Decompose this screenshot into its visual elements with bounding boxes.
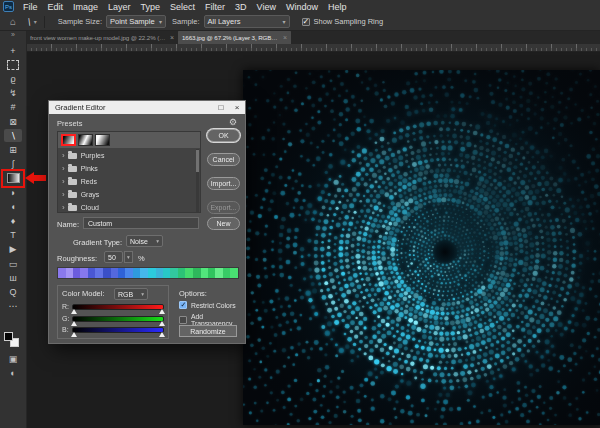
menu-window[interactable]: Window [281, 2, 323, 12]
folder-name: Purples [81, 152, 105, 159]
options-separator [44, 16, 45, 28]
document-tab-inactive[interactable]: front view women make-up model.jpg @ 22.… [26, 30, 178, 44]
restrict-colors-option[interactable]: Restrict Colors [179, 301, 236, 309]
sample-dropdown[interactable]: All Layers ▾ [204, 15, 290, 28]
blur-tool[interactable]: ◗ [4, 186, 22, 199]
marquee-icon [7, 60, 19, 70]
expand-chevron-icon[interactable]: › [62, 164, 65, 173]
preset-folder-grays[interactable]: ›Grays [58, 188, 196, 201]
options-label: Options: [179, 289, 207, 298]
preset-folder-reds[interactable]: ›Reds [58, 175, 196, 188]
blue-channel-slider[interactable] [72, 327, 164, 333]
pen-tool[interactable]: ♦ [4, 214, 22, 227]
chevron-down-icon: ▾ [34, 18, 37, 25]
menu-type[interactable]: Type [136, 2, 166, 12]
gradient-tool[interactable] [4, 172, 22, 185]
document-canvas[interactable] [243, 70, 600, 425]
expand-chevron-icon[interactable]: › [62, 177, 65, 186]
gear-icon[interactable]: ⚙ [229, 117, 237, 127]
document-tab-active[interactable]: 1663.jpg @ 67.2% (Layer 3, RGB/8#) * × [178, 30, 291, 44]
edit-toolbar[interactable]: ⋯ [4, 300, 22, 313]
sample-size-dropdown[interactable]: Point Sample ▾ [106, 15, 166, 28]
restrict-colors-checkbox[interactable] [179, 301, 187, 309]
menu-file[interactable]: File [18, 2, 43, 12]
eyedropper-tool[interactable]: ∖ [4, 129, 22, 142]
home-icon[interactable]: ⌂ [10, 16, 16, 27]
add-transparency-checkbox[interactable] [179, 316, 187, 324]
export-button: Export... [207, 201, 240, 214]
menu-view[interactable]: View [252, 2, 281, 12]
noise-gradient-bar[interactable] [57, 267, 239, 279]
sample-label: Sample: [172, 17, 200, 26]
slider-thumb-right[interactable] [159, 332, 165, 337]
expand-chevron-icon[interactable]: › [62, 203, 65, 212]
maximize-icon[interactable]: □ [213, 103, 229, 112]
collapse-panel-icon[interactable]: » [0, 31, 26, 38]
preset-black-to-white[interactable] [61, 134, 76, 146]
eyedropper-icon: ∖ [25, 16, 32, 27]
green-channel-slider[interactable] [72, 316, 164, 322]
quick-selection-tool[interactable]: ↯ [4, 87, 22, 100]
folder-icon [68, 205, 77, 211]
crop-tool[interactable]: # [4, 101, 22, 114]
chevron-down-icon: ▾ [127, 254, 130, 260]
preset-white-to-black[interactable] [95, 134, 110, 146]
folder-name: Reds [81, 178, 97, 185]
menu-3d[interactable]: 3D [230, 2, 252, 12]
preset-folder-purples[interactable]: ›Purples [58, 149, 196, 162]
menu-help[interactable]: Help [323, 2, 352, 12]
show-sampling-ring-checkbox[interactable] [302, 18, 310, 26]
close-icon[interactable]: × [229, 103, 245, 112]
close-icon[interactable]: × [170, 34, 174, 41]
new-button[interactable]: New [207, 217, 240, 230]
roughness-value[interactable]: 50 [104, 251, 123, 263]
randomize-button[interactable]: Randomize [179, 325, 237, 337]
name-field[interactable]: Custom [83, 217, 199, 229]
healing-brush-tool[interactable]: ⊞ [4, 143, 22, 156]
preset-folder-pinks[interactable]: ›Pinks [58, 162, 196, 175]
path-selection-tool[interactable]: ▶ [4, 243, 22, 256]
red-channel-slider[interactable] [72, 304, 164, 310]
menu-edit[interactable]: Edit [43, 2, 69, 12]
dodge-tool[interactable]: ◖ [4, 200, 22, 213]
cancel-button[interactable]: Cancel [207, 153, 240, 166]
menu-image[interactable]: Image [68, 2, 103, 12]
roughness-chevron[interactable]: ▾ [124, 251, 133, 263]
red-channel-row: R: [58, 302, 168, 312]
type-tool[interactable]: T [4, 229, 22, 242]
preset-black-white-black[interactable] [78, 134, 93, 146]
dialog-title-bar[interactable]: Gradient Editor □ × [49, 101, 245, 114]
lasso-tool[interactable]: ϱ [4, 72, 22, 85]
expand-chevron-icon[interactable]: › [62, 190, 65, 199]
tool-preset-picker[interactable]: ∖ ▾ [26, 17, 37, 27]
options-group: Options: Restrict Colors Add Transparenc… [175, 285, 240, 339]
brush-tool[interactable]: ʃ [4, 158, 22, 171]
menu-select[interactable]: Select [165, 2, 200, 12]
frame-tool[interactable]: ⊠ [4, 115, 22, 128]
move-tool[interactable]: + [4, 44, 22, 57]
marquee-tool[interactable] [4, 58, 22, 71]
ok-button[interactable]: OK [207, 129, 240, 142]
rectangle-tool[interactable]: ▭ [4, 257, 22, 270]
foreground-color-swatch[interactable] [4, 332, 13, 341]
preset-folder-cloud[interactable]: ›Cloud [58, 201, 196, 214]
zoom-tool[interactable]: Q [4, 285, 22, 298]
scrollbar[interactable] [196, 149, 199, 212]
slider-thumb-left[interactable] [71, 332, 77, 337]
quick-mask-icon[interactable]: ▣ [9, 354, 18, 364]
name-label: Name: [57, 220, 79, 229]
color-model-dropdown[interactable]: RGB ▾ [114, 288, 148, 300]
folder-icon [68, 192, 77, 198]
menu-layer[interactable]: Layer [103, 2, 136, 12]
folder-icon [68, 179, 77, 185]
scrollbar-thumb[interactable] [196, 150, 199, 172]
gradient-type-dropdown[interactable]: Noise ▾ [126, 235, 163, 247]
expand-chevron-icon[interactable]: › [62, 151, 65, 160]
menu-filter[interactable]: Filter [200, 2, 230, 12]
hand-tool[interactable]: ш [4, 271, 22, 284]
photoshop-logo-icon[interactable]: Ps [3, 1, 14, 12]
close-icon[interactable]: × [283, 34, 287, 41]
screen-mode-icon[interactable]: ◐ [10, 368, 15, 378]
color-swatches[interactable] [4, 332, 22, 350]
import-button[interactable]: Import... [207, 177, 240, 190]
